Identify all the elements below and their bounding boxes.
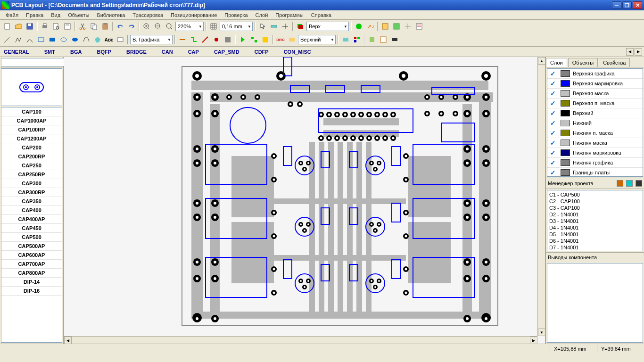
print-preview-button[interactable] [51, 21, 61, 32]
cut-button[interactable] [77, 21, 88, 32]
polyline-tool[interactable] [13, 34, 24, 45]
layer-row[interactable]: ✓Верхняя п. маска [547, 99, 643, 108]
menu-view[interactable]: Вид [47, 11, 64, 19]
titles-button[interactable] [62, 21, 73, 32]
layer-color-swatch[interactable] [561, 70, 570, 77]
pm-item[interactable]: D6 - 1N4001 [548, 238, 642, 244]
print-button[interactable] [40, 21, 50, 32]
component-item[interactable]: CAP600AP [1, 251, 62, 260]
maximize-button[interactable]: ❐ [622, 1, 632, 9]
layer-color-swatch[interactable] [561, 90, 570, 97]
graphics-combo[interactable]: В. Графика [130, 35, 173, 44]
component-item[interactable]: CAP700AP [1, 260, 62, 269]
layer-row[interactable]: ✓Верхняя маркировка [547, 79, 643, 89]
component-list[interactable]: CAP100CAP1000APCAP100RPCAP1200APCAP200CA… [1, 107, 62, 343]
tab-cap-smd[interactable]: CAP_SMD [212, 48, 241, 56]
undo-button[interactable] [115, 21, 125, 32]
paste-button[interactable] [100, 21, 110, 32]
menu-help[interactable]: Справка [307, 11, 335, 19]
zoom-combo[interactable]: 220% [175, 22, 204, 31]
layer-row[interactable]: ✓Границы платы [547, 168, 643, 177]
layer-row[interactable]: ✓Нижняя п. маска [547, 128, 643, 138]
pm-item[interactable]: D3 - 1N4001 [548, 218, 642, 224]
component-item[interactable]: CAP1200AP [1, 134, 62, 143]
design-manager-button[interactable] [380, 21, 390, 32]
component-item[interactable]: CAP450 [1, 224, 62, 233]
component-item[interactable]: DIP-16 [1, 287, 62, 296]
menu-file[interactable]: Файл [2, 11, 22, 19]
copy-button[interactable] [89, 21, 99, 32]
signal-tool[interactable] [340, 34, 351, 45]
project-manager-list[interactable]: C1 - CAP500C2 - CAP100C3 - CAP100D2 - 1N… [547, 190, 643, 251]
poly-tool[interactable] [81, 34, 91, 45]
component-tool[interactable] [389, 34, 400, 45]
tab-next-button[interactable]: ▶ [635, 48, 642, 56]
grid-combo[interactable]: 0,16 mm [220, 22, 253, 31]
component-item[interactable]: CAP500 [1, 233, 62, 242]
list-button[interactable] [414, 21, 424, 32]
component-item[interactable]: CAP300RP [1, 188, 62, 197]
tab-objects[interactable]: Объекты [568, 58, 598, 67]
component-item[interactable]: CAP500AP [1, 242, 62, 251]
layer-check-icon[interactable]: ✓ [547, 149, 559, 156]
canvas-scrollbar-horizontal[interactable]: ◀ ▶ [64, 336, 537, 344]
layer-color-swatch[interactable] [561, 120, 570, 126]
component-item[interactable]: CAP200RP [1, 152, 62, 161]
layer-row[interactable]: ✓Верхняя маска [547, 89, 643, 99]
pcb-canvas[interactable]: ▲ ▼ ◀ ▶ [64, 57, 545, 344]
layer-row[interactable]: ✓Нижний [547, 118, 643, 128]
pm-item[interactable]: C1 - CAP500 [548, 191, 642, 198]
pm-item[interactable]: C2 - CAP100 [548, 198, 642, 205]
tab-properties[interactable]: Свойства [599, 58, 630, 67]
menu-layer[interactable]: Слой [252, 11, 272, 19]
component-item[interactable]: CAP250RP [1, 170, 62, 179]
route-tool-3[interactable] [200, 34, 210, 45]
save-button[interactable] [25, 21, 35, 32]
menu-position[interactable]: Позиционирование [167, 11, 221, 19]
copper-pour-tool[interactable] [223, 34, 233, 45]
component-item[interactable]: CAP250 [1, 161, 62, 170]
check-button[interactable]: ↗↗ [365, 21, 375, 32]
layer-check-icon[interactable]: ✓ [547, 70, 559, 77]
component-item[interactable]: CAP400AP [1, 215, 62, 224]
component-item[interactable]: CAP1000AP [1, 116, 62, 125]
zoom-in-button[interactable] [141, 21, 152, 32]
polygon-tool[interactable] [92, 34, 103, 45]
tab-bridge[interactable]: BRIDGE [124, 48, 149, 56]
layer-row[interactable]: ✓Нижняя маркировка [547, 148, 643, 158]
new-button[interactable] [2, 21, 12, 32]
pm-item[interactable]: C3 - CAP100 [548, 205, 642, 211]
tab-bga[interactable]: BGA [68, 48, 83, 56]
schematic-tool[interactable] [378, 34, 388, 45]
layer-row[interactable]: ✓Нижняя графика [547, 158, 643, 168]
step-button[interactable] [260, 34, 271, 45]
layer-color-swatch[interactable] [561, 140, 570, 146]
tab-bqfp[interactable]: BQFP [95, 48, 113, 56]
line-tool[interactable] [2, 34, 12, 45]
layer-combo-2[interactable]: Верхний [298, 35, 336, 44]
properties-button[interactable] [403, 21, 413, 32]
layer-check-icon[interactable]: ✓ [547, 90, 559, 97]
layer-color-swatch[interactable] [561, 80, 570, 87]
layer-check-icon[interactable]: ✓ [547, 119, 559, 127]
layer-combo[interactable]: Верх [306, 22, 349, 31]
filled-ellipse-tool[interactable] [70, 34, 80, 45]
tab-cdfp[interactable]: CDFP [253, 48, 271, 56]
rect-tool[interactable] [36, 34, 46, 45]
zoom-window-button[interactable] [164, 21, 174, 32]
pm-item[interactable]: Q1 - PBF259 [548, 251, 642, 251]
delete-tool[interactable] [115, 34, 125, 45]
zoom-out-button[interactable] [153, 21, 163, 32]
menu-route[interactable]: Трассировка [129, 11, 167, 19]
menu-objects[interactable]: Объекты [64, 11, 93, 19]
component-item[interactable]: CAP200 [1, 143, 62, 152]
component-item[interactable]: CAP800AP [1, 269, 62, 278]
layer-row[interactable]: ✓Верхний [547, 108, 643, 118]
net-tool[interactable] [287, 34, 297, 45]
route-tool-1[interactable] [177, 34, 188, 45]
pm-icon-2[interactable] [626, 180, 633, 187]
grid-toggle-button[interactable] [208, 21, 219, 32]
component-item[interactable]: CAP100RP [1, 125, 62, 134]
layer-check-icon[interactable]: ✓ [547, 99, 559, 107]
pm-icon-1[interactable] [617, 180, 623, 187]
